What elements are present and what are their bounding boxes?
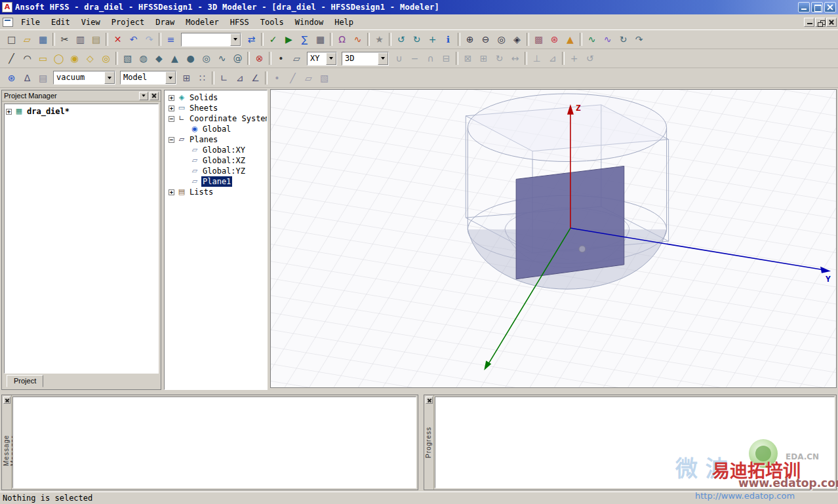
tree-expander[interactable]: + — [169, 189, 174, 195]
combo-dropdown-button[interactable] — [230, 33, 241, 46]
tree-row-sheets[interactable]: + ▭ Sheets — [166, 103, 267, 113]
scale-icon[interactable]: ↔ — [508, 51, 523, 66]
boolean-split-icon[interactable]: ⊟ — [439, 51, 454, 66]
grid-plane-icon[interactable]: ⊞ — [179, 71, 194, 85]
combo-dropdown-button[interactable] — [326, 52, 336, 65]
viewport-canvas[interactable]: Z Y — [271, 90, 836, 387]
zoom-window-icon[interactable]: ◎ — [494, 32, 509, 47]
paste-icon[interactable]: ▤ — [89, 32, 104, 47]
panel-close-button[interactable] — [3, 397, 10, 404]
curve-tool-icon[interactable]: ∿ — [600, 32, 615, 47]
view-info-icon[interactable]: ℹ — [441, 32, 456, 47]
mdi-minimize-button[interactable] — [804, 18, 814, 27]
minimize-button[interactable] — [798, 2, 810, 12]
modeler-3d-viewport[interactable]: Z Y — [270, 89, 837, 388]
spin-view-icon[interactable]: ↻ — [409, 32, 424, 47]
fit-all-icon[interactable]: ◈ — [509, 32, 525, 47]
mdi-restore-button[interactable] — [815, 18, 826, 27]
analyze-all-icon[interactable]: ▶ — [281, 32, 296, 47]
draw-arc-icon[interactable]: ◠ — [20, 51, 35, 66]
close-button[interactable] — [824, 2, 836, 12]
draw-udp-icon[interactable]: ⊗ — [252, 51, 267, 66]
edit-sources-icon[interactable]: ∿ — [350, 32, 365, 47]
draw-ellipse-icon[interactable]: ◉ — [67, 51, 82, 66]
mdi-child-icon[interactable] — [3, 18, 13, 27]
save-icon[interactable]: ▦ — [35, 32, 50, 47]
model-tree-icon[interactable]: ≡ — [163, 32, 178, 47]
cut-icon[interactable]: ✂ — [57, 32, 72, 47]
loop-arrow-icon[interactable]: ↻ — [616, 32, 631, 47]
results-icon[interactable]: ▦ — [313, 32, 328, 47]
open-folder-icon[interactable]: ▱ — [20, 32, 35, 47]
measure-icon[interactable]: ⊿ — [545, 51, 560, 66]
draw-circle-icon[interactable]: ◯ — [51, 51, 66, 66]
sine-wave-icon[interactable]: ∿ — [584, 32, 599, 47]
draw-sphere-icon[interactable]: ● — [183, 51, 198, 66]
menu-item[interactable]: File — [16, 16, 45, 29]
delete-icon[interactable]: ✕ — [110, 32, 125, 47]
relative-cs-icon[interactable]: ∠ — [248, 71, 263, 85]
model-combo[interactable]: Model — [120, 71, 176, 85]
redo-icon[interactable]: ↷ — [142, 32, 157, 47]
progress-content[interactable] — [435, 397, 835, 488]
plane-combo[interactable]: XY — [307, 52, 337, 66]
rotate-icon[interactable]: ↺ — [582, 51, 597, 66]
assign-boundary-icon[interactable]: ⊛ — [4, 71, 19, 85]
draw-rectangle-icon[interactable]: ▭ — [35, 51, 50, 66]
boundaries-display-icon[interactable]: ⊛ — [547, 32, 562, 47]
return-arrow-icon[interactable]: ↷ — [631, 32, 647, 47]
tree-expander[interactable]: − — [169, 137, 174, 143]
menu-item[interactable]: Tools — [255, 16, 289, 29]
draw-ring-icon[interactable]: ◎ — [98, 51, 113, 66]
assign-material-icon[interactable]: ▤ — [35, 71, 50, 85]
zoom-out-icon[interactable]: ⊖ — [478, 32, 493, 47]
panel-menu-button[interactable] — [139, 92, 148, 100]
draw-cylinder-icon[interactable]: ◍ — [136, 51, 151, 66]
material-combo[interactable]: vacuum — [53, 71, 115, 85]
validate-icon[interactable]: ✓ — [266, 32, 281, 47]
panel-close-button[interactable] — [150, 92, 159, 100]
select-edge-icon[interactable]: ╱ — [285, 71, 300, 85]
draw-torus-icon[interactable]: ◎ — [199, 51, 214, 66]
combo-dropdown-button[interactable] — [104, 71, 115, 84]
duplicate-mirror-icon[interactable]: ⊠ — [460, 51, 475, 66]
copy-icon[interactable]: ▥ — [73, 32, 88, 47]
select-object-icon[interactable]: ▧ — [317, 71, 332, 85]
grid-settings-icon[interactable]: ∷ — [195, 71, 210, 85]
draw-polyhedron-icon[interactable]: ◆ — [151, 51, 167, 66]
tree-expander[interactable]: − — [169, 116, 174, 122]
selection-combo[interactable] — [181, 33, 241, 47]
draw-regular-polygon-icon[interactable]: ◇ — [83, 51, 98, 66]
tree-row-global-cs[interactable]: ◉ Global — [166, 124, 267, 134]
pan-view-icon[interactable]: + — [425, 32, 440, 47]
field-overlays-icon[interactable]: Ω — [334, 32, 349, 47]
zoom-in-icon[interactable]: ⊕ — [462, 32, 477, 47]
menu-item[interactable]: Draw — [150, 16, 180, 29]
tree-row-global-yz[interactable]: ▱ Global:YZ — [166, 166, 267, 176]
menu-item[interactable]: Help — [329, 16, 359, 29]
tree-expander[interactable]: + — [6, 109, 12, 115]
swap-views-icon[interactable]: ⇄ — [244, 32, 259, 47]
tree-expander[interactable]: + — [169, 106, 174, 111]
assign-excitation-icon[interactable]: Δ — [20, 71, 35, 85]
tree-row-plane1[interactable]: ▱ Plane1 — [166, 176, 267, 187]
menu-item[interactable]: Project — [106, 16, 150, 29]
duplicate-around-axis-icon[interactable]: ↻ — [492, 51, 507, 66]
rotate-view-icon[interactable]: ↺ — [393, 32, 409, 47]
tree-row-global-xz[interactable]: ▱ Global:XZ — [166, 155, 267, 166]
draw-box-icon[interactable]: ▧ — [120, 51, 135, 66]
draw-point-icon[interactable]: • — [273, 51, 289, 66]
draw-line-icon[interactable]: ╱ — [4, 51, 19, 66]
menu-item[interactable]: Modeler — [180, 16, 224, 29]
draw-helix-icon[interactable]: ∿ — [214, 51, 229, 66]
mode-combo[interactable]: 3D — [342, 52, 389, 66]
boolean-intersect-icon[interactable]: ∩ — [423, 51, 438, 66]
face-cs-icon[interactable]: ⊿ — [232, 71, 247, 85]
mdi-close-button[interactable] — [826, 18, 837, 27]
align-icon[interactable]: ⊥ — [529, 51, 544, 66]
mesh-display-icon[interactable]: ▩ — [531, 32, 546, 47]
panel-close-button[interactable] — [426, 397, 433, 404]
tree-row-global-xy[interactable]: ▱ Global:XY — [166, 145, 267, 155]
draw-plane-icon[interactable]: ▱ — [289, 51, 304, 66]
draw-spiral-icon[interactable]: @ — [230, 51, 245, 66]
